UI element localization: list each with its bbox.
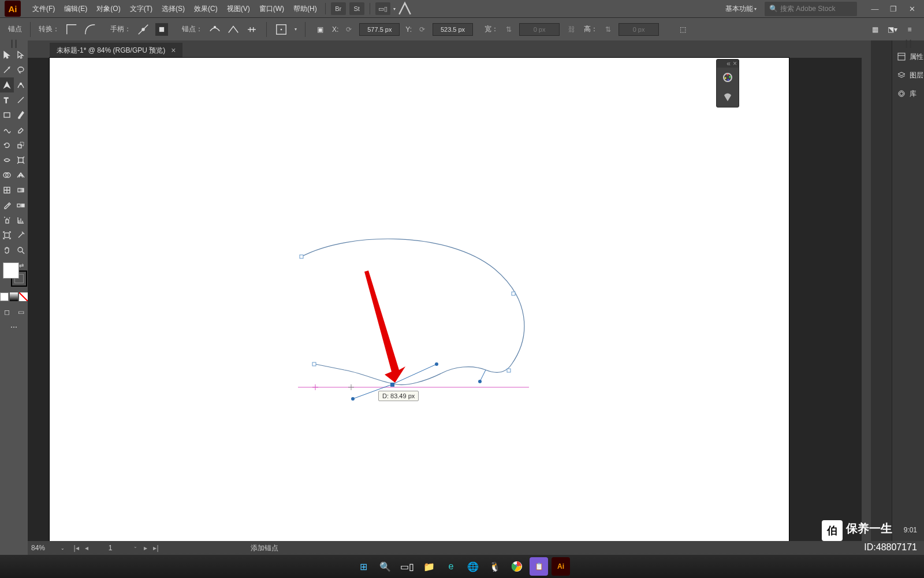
- gradient-mode[interactable]: [10, 292, 18, 301]
- window-restore[interactable]: ❐: [886, 3, 901, 14]
- app-icon-1[interactable]: 🌐: [464, 557, 482, 576]
- transform-panel-icon[interactable]: ⬔▾: [886, 23, 899, 36]
- menu-select[interactable]: 选择(S): [157, 4, 189, 14]
- remove-anchor-icon[interactable]: [208, 23, 221, 36]
- rectangle-tool[interactable]: [0, 108, 14, 123]
- paintbrush-tool[interactable]: [14, 108, 28, 123]
- menu-file[interactable]: 文件(F): [28, 4, 59, 14]
- menu-type[interactable]: 文字(T): [125, 4, 157, 14]
- cut-path-icon[interactable]: [245, 23, 258, 36]
- file-explorer[interactable]: 📁: [420, 557, 438, 576]
- eyedropper-tool[interactable]: [0, 198, 14, 213]
- y-input[interactable]: [433, 23, 473, 36]
- color-mode[interactable]: [0, 292, 9, 301]
- symbol-sprayer-tool[interactable]: [0, 213, 14, 228]
- panel-libraries[interactable]: 库: [892, 84, 924, 103]
- menu-edit[interactable]: 编辑(E): [59, 4, 92, 14]
- window-close[interactable]: ✕: [904, 3, 919, 14]
- handle-show-icon[interactable]: [137, 23, 150, 36]
- handle-hide-icon[interactable]: [155, 23, 168, 36]
- align-panel-icon[interactable]: ▦: [869, 23, 881, 36]
- artboard[interactable]: D: 83.49 px: [50, 58, 789, 549]
- shaper-tool[interactable]: [0, 123, 14, 138]
- options-icon[interactable]: ≡: [903, 23, 916, 36]
- workspace-switcher[interactable]: 基本功能▾: [722, 2, 760, 16]
- rotate-tool[interactable]: [0, 138, 14, 153]
- edge-browser[interactable]: e: [442, 557, 460, 576]
- free-transform-tool[interactable]: [14, 153, 28, 168]
- arrange-icon[interactable]: ▭▯: [375, 2, 390, 15]
- artboard-tool[interactable]: [0, 228, 14, 243]
- edit-toolbar[interactable]: ⋯: [0, 320, 28, 335]
- close-icon[interactable]: ×: [733, 60, 737, 68]
- slice-tool[interactable]: [14, 228, 28, 243]
- width-tool[interactable]: [0, 153, 14, 168]
- shape-prop-icon[interactable]: ⬚: [676, 23, 689, 36]
- mesh-tool[interactable]: [0, 183, 14, 198]
- direct-selection-tool[interactable]: [14, 47, 28, 62]
- menu-help[interactable]: 帮助(H): [289, 4, 322, 14]
- hand-tool[interactable]: [0, 243, 14, 258]
- start-button[interactable]: ⊞: [354, 557, 372, 576]
- illustrator-taskbar[interactable]: Ai: [552, 557, 570, 576]
- perspective-grid-tool[interactable]: [14, 168, 28, 183]
- none-mode[interactable]: [19, 292, 28, 301]
- menu-object[interactable]: 对象(O): [92, 4, 125, 14]
- magic-wand-tool[interactable]: [0, 62, 14, 77]
- task-view[interactable]: ▭▯: [398, 557, 416, 576]
- zoom-tool[interactable]: [14, 243, 28, 258]
- toolbox-grip[interactable]: ┃┃: [0, 40, 28, 47]
- collapse-icon[interactable]: «: [726, 60, 731, 68]
- xy-stepper-icon[interactable]: ⟳: [418, 25, 427, 34]
- panel-grip[interactable]: ┃┃: [892, 40, 924, 47]
- pen-tool[interactable]: [0, 77, 14, 92]
- artboard-number[interactable]: 1: [95, 544, 126, 552]
- panel-layers[interactable]: 图层: [892, 66, 924, 84]
- floating-color-dock[interactable]: «×: [716, 59, 739, 108]
- wh-link-icon[interactable]: ⇅: [603, 25, 613, 34]
- chrome-browser[interactable]: [508, 557, 526, 576]
- canvas[interactable]: D: 83.49 px «×: [50, 58, 862, 546]
- next-artboard[interactable]: ▸: [141, 544, 150, 552]
- line-tool[interactable]: [14, 92, 28, 108]
- screen-mode[interactable]: ▭: [14, 305, 28, 320]
- app-icon-2[interactable]: 🐧: [486, 557, 504, 576]
- bridge-icon[interactable]: Br: [331, 2, 346, 15]
- search-taskbar[interactable]: 🔍: [376, 557, 394, 576]
- panel-properties[interactable]: 属性: [892, 47, 924, 66]
- isolate-icon[interactable]: ▣: [314, 23, 326, 36]
- connect-anchor-icon[interactable]: [227, 23, 240, 36]
- zoom-dropdown[interactable]: 84%⌄: [28, 544, 68, 552]
- xy-stepper-icon[interactable]: ⟳: [344, 25, 353, 34]
- convert-smooth-icon[interactable]: [84, 23, 96, 36]
- app-icon-3[interactable]: 📋: [530, 557, 548, 576]
- gradient-tool[interactable]: [14, 183, 28, 198]
- vertical-scrollbar[interactable]: [862, 58, 871, 546]
- graph-tool[interactable]: [14, 213, 28, 228]
- fill-stroke-swatches[interactable]: ⇄: [3, 262, 25, 288]
- blend-tool[interactable]: [14, 198, 28, 213]
- color-guide-icon[interactable]: [717, 87, 739, 107]
- menu-view[interactable]: 视图(V): [222, 4, 255, 14]
- constrain-icon[interactable]: ⛓: [565, 23, 578, 36]
- x-input[interactable]: [359, 23, 400, 36]
- align-ref-icon[interactable]: [275, 23, 288, 36]
- scale-tool[interactable]: [14, 138, 28, 153]
- selection-tool[interactable]: [0, 47, 14, 62]
- draw-normal[interactable]: ◻: [0, 305, 14, 320]
- eraser-tool[interactable]: [14, 123, 28, 138]
- wh-link-icon[interactable]: ⇅: [504, 25, 513, 34]
- search-stock[interactable]: 🔍 搜索 Adobe Stock: [765, 2, 857, 16]
- curvature-tool[interactable]: [14, 77, 28, 92]
- last-artboard[interactable]: ▸|: [151, 544, 161, 552]
- window-minimize[interactable]: ―: [867, 3, 882, 14]
- close-tab-icon[interactable]: ×: [171, 46, 176, 55]
- menu-effect[interactable]: 效果(C): [189, 4, 222, 14]
- menu-window[interactable]: 窗口(W): [255, 4, 289, 14]
- prev-artboard[interactable]: ◂: [82, 544, 91, 552]
- gpu-icon[interactable]: [397, 2, 412, 15]
- type-tool[interactable]: T: [0, 92, 14, 108]
- stock-icon[interactable]: St: [349, 2, 364, 15]
- lasso-tool[interactable]: [14, 62, 28, 77]
- document-tab[interactable]: 未标题-1* @ 84% (RGB/GPU 预览) ×: [50, 43, 182, 58]
